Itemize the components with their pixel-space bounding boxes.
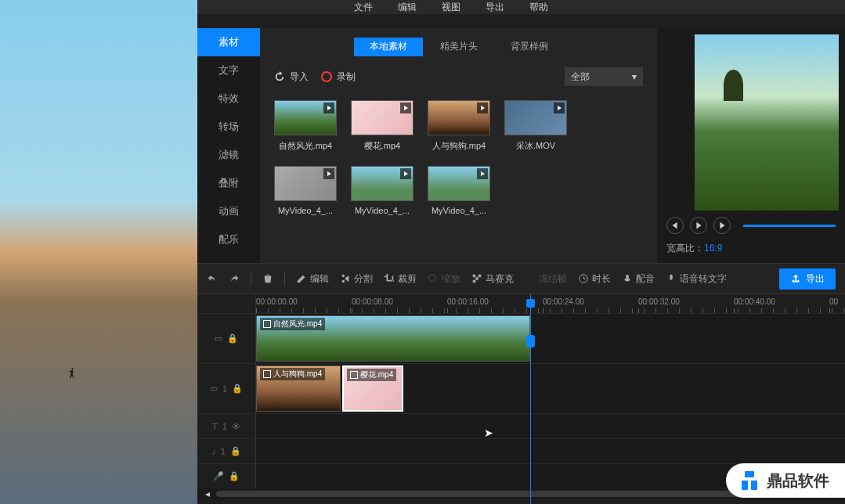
menu-file[interactable]: 文件: [354, 1, 373, 14]
timeline-toolbar: 编辑 分割 裁剪 缩放 马赛克 冻结帧 时长 配音 语音转文字 导出: [197, 263, 845, 294]
sidebar: 素材 文字 特效 转场 滤镜 叠附 动画 配乐: [197, 28, 260, 263]
text-track-icon: T: [212, 422, 218, 431]
sidebar-effects[interactable]: 特效: [197, 85, 260, 113]
media-item-4[interactable]: MyVideo_4_...: [274, 166, 337, 215]
lock-icon[interactable]: 🔒: [230, 446, 241, 456]
menu-help[interactable]: 帮助: [529, 1, 548, 14]
media-name: MyVideo_4_...: [428, 206, 490, 215]
menu-view[interactable]: 视图: [442, 1, 460, 14]
media-item-2[interactable]: 人与狗狗.mp4: [428, 100, 490, 152]
lock-icon[interactable]: 🔒: [229, 471, 240, 481]
ruler-tick: 00:00:24.00: [543, 297, 584, 306]
record-button[interactable]: 录制: [321, 70, 356, 84]
zoom-button[interactable]: 缩放: [428, 272, 460, 286]
mosaic-button[interactable]: 马赛克: [471, 272, 514, 286]
split-button[interactable]: 分割: [340, 272, 373, 286]
play-badge-icon: [323, 103, 334, 113]
play-button[interactable]: [690, 217, 707, 234]
ruler-tick: 00:00:32.00: [638, 297, 680, 306]
svg-point-1: [429, 275, 436, 282]
undo-button[interactable]: [207, 273, 218, 284]
record-label: 录制: [337, 70, 356, 84]
svg-rect-8: [670, 275, 673, 280]
media-item-0[interactable]: 自然风光.mp4: [274, 100, 337, 152]
edit-button[interactable]: 编辑: [296, 272, 329, 286]
ruler-tick: 00:00:40.00: [734, 297, 775, 306]
export-button[interactable]: 导出: [779, 268, 836, 290]
track-text-head[interactable]: T1👁: [197, 414, 256, 438]
media-name: 采冰.MOV: [504, 140, 567, 152]
track-audio-head[interactable]: ♪1🔒: [197, 439, 256, 463]
music-track-icon: ♪: [211, 447, 216, 456]
ruler-tick: 00:00:16.00: [447, 297, 489, 306]
track-mic-head[interactable]: 🎤🔒: [197, 464, 256, 488]
crop-button[interactable]: 裁剪: [384, 272, 417, 286]
ruler-tick: 00:00:00.00: [256, 297, 298, 306]
clip-v1-label: 自然风光.mp4: [260, 318, 325, 330]
freeze-button[interactable]: 冻结帧: [525, 272, 567, 286]
media-item-1[interactable]: 樱花.mp4: [351, 100, 413, 152]
mtab-bg[interactable]: 背景样例: [495, 38, 564, 56]
sidebar-filter[interactable]: 滤镜: [197, 141, 260, 169]
menu-bar: 文件 编辑 视图 导出 帮助: [197, 0, 845, 14]
sidebar-transition[interactable]: 转场: [197, 113, 260, 141]
preview-panel: 宽高比：16:9: [657, 28, 845, 263]
clip-v2b[interactable]: 樱花.mp4: [342, 365, 403, 412]
preview-video[interactable]: [695, 34, 839, 211]
media-item-3[interactable]: 采冰.MOV: [504, 100, 567, 152]
sidebar-text[interactable]: 文字: [197, 56, 260, 85]
play-badge-icon: [554, 103, 565, 113]
watermark-text: 鼎品软件: [767, 470, 829, 491]
filter-dropdown[interactable]: 全部 ▾: [565, 67, 643, 86]
sidebar-media[interactable]: 素材: [197, 28, 260, 56]
scroll-left-icon[interactable]: ◂: [205, 488, 210, 499]
mouse-cursor: ➤: [484, 427, 493, 439]
svg-rect-4: [475, 277, 478, 280]
media-thumb: [428, 100, 490, 135]
sidebar-animation[interactable]: 动画: [197, 197, 260, 225]
menu-edit[interactable]: 编辑: [398, 1, 417, 14]
lock-icon[interactable]: 🔒: [227, 333, 238, 344]
clip-v2a[interactable]: 人与狗狗.mp4: [256, 365, 341, 412]
svg-rect-3: [478, 275, 482, 278]
playhead[interactable]: [530, 294, 531, 504]
menu-export[interactable]: 导出: [486, 1, 504, 14]
media-item-5[interactable]: MyVideo_4_...: [351, 166, 413, 215]
media-thumb: [274, 100, 337, 135]
media-name: 人与狗狗.mp4: [428, 140, 490, 152]
media-item-6[interactable]: MyVideo_4_...: [428, 166, 490, 215]
next-frame-button[interactable]: [713, 217, 731, 234]
track-v1-head[interactable]: ▭🔒: [197, 314, 256, 363]
lock-icon[interactable]: 🔒: [232, 383, 243, 394]
import-label: 导入: [290, 70, 309, 84]
play-badge-icon: [400, 103, 411, 113]
sidebar-overlay[interactable]: 叠附: [197, 169, 260, 197]
ruler[interactable]: 00:00:00.0000:00:08.0000:00:16.0000:00:2…: [256, 294, 845, 313]
progress-bar[interactable]: [743, 225, 836, 227]
svg-rect-5: [473, 280, 476, 283]
sidebar-music[interactable]: 配乐: [197, 225, 260, 254]
delete-button[interactable]: [262, 273, 273, 284]
ruler-tick: 00: [829, 297, 838, 306]
mtab-local[interactable]: 本地素材: [354, 38, 423, 56]
timeline-menu-button[interactable]: [197, 294, 256, 313]
eye-icon[interactable]: 👁: [232, 422, 240, 431]
import-button[interactable]: 导入: [274, 70, 309, 84]
background-image: [0, 0, 197, 504]
aspect-value[interactable]: 16:9: [704, 243, 722, 254]
mtab-intro[interactable]: 精美片头: [424, 38, 493, 56]
clip-v1[interactable]: 自然风光.mp4: [256, 315, 530, 362]
duration-button[interactable]: 时长: [578, 272, 611, 286]
voice-button[interactable]: 配音: [622, 272, 655, 286]
media-name: 自然风光.mp4: [274, 140, 337, 152]
clip-v2b-label: 樱花.mp4: [347, 369, 396, 381]
play-badge-icon: [323, 168, 334, 179]
prev-frame-button[interactable]: [666, 217, 684, 234]
aspect-label: 宽高比：: [666, 243, 704, 254]
play-badge-icon: [477, 103, 488, 113]
stt-button[interactable]: 语音转文字: [666, 272, 727, 286]
video-track-icon: ▭: [215, 333, 222, 344]
track-v2-head[interactable]: ▭1🔒: [197, 364, 256, 413]
clip-v2a-label: 人与狗狗.mp4: [260, 368, 325, 380]
redo-button[interactable]: [229, 273, 240, 284]
